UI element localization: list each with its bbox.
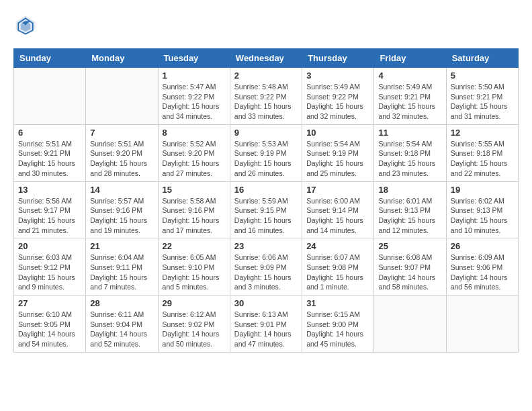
day-info: Sunrise: 5:58 AM Sunset: 9:16 PM Dayligh… bbox=[163, 196, 226, 236]
day-number: 30 bbox=[234, 298, 298, 308]
day-info: Sunrise: 5:51 AM Sunset: 9:21 PM Dayligh… bbox=[18, 139, 81, 179]
calendar-cell: 11Sunrise: 5:54 AM Sunset: 9:18 PM Dayli… bbox=[374, 124, 446, 181]
calendar-cell bbox=[14, 68, 86, 125]
day-number: 29 bbox=[163, 298, 226, 308]
calendar-cell: 12Sunrise: 5:55 AM Sunset: 9:18 PM Dayli… bbox=[446, 124, 518, 181]
calendar-cell: 19Sunrise: 6:02 AM Sunset: 9:13 PM Dayli… bbox=[446, 181, 518, 238]
day-info: Sunrise: 6:13 AM Sunset: 9:01 PM Dayligh… bbox=[234, 310, 298, 349]
day-number: 18 bbox=[378, 185, 441, 195]
day-number: 16 bbox=[234, 185, 298, 195]
day-info: Sunrise: 6:10 AM Sunset: 9:05 PM Dayligh… bbox=[18, 310, 81, 349]
calendar-cell: 26Sunrise: 6:09 AM Sunset: 9:06 PM Dayli… bbox=[446, 238, 518, 295]
calendar-cell: 16Sunrise: 5:59 AM Sunset: 9:15 PM Dayli… bbox=[230, 181, 302, 238]
day-number: 14 bbox=[90, 185, 153, 195]
calendar-cell: 25Sunrise: 6:08 AM Sunset: 9:07 PM Dayli… bbox=[374, 238, 446, 295]
calendar-cell bbox=[374, 295, 446, 353]
day-info: Sunrise: 5:57 AM Sunset: 9:16 PM Dayligh… bbox=[90, 196, 153, 236]
day-info: Sunrise: 5:53 AM Sunset: 9:19 PM Dayligh… bbox=[234, 139, 298, 179]
day-info: Sunrise: 6:15 AM Sunset: 9:00 PM Dayligh… bbox=[306, 310, 369, 349]
day-info: Sunrise: 5:52 AM Sunset: 9:20 PM Dayligh… bbox=[163, 139, 226, 179]
logo bbox=[13, 13, 40, 38]
calendar-cell: 7Sunrise: 5:51 AM Sunset: 9:20 PM Daylig… bbox=[86, 124, 158, 181]
calendar-week-row: 13Sunrise: 5:56 AM Sunset: 9:17 PM Dayli… bbox=[14, 181, 519, 238]
day-info: Sunrise: 6:00 AM Sunset: 9:14 PM Dayligh… bbox=[306, 196, 369, 236]
day-number: 3 bbox=[306, 71, 369, 81]
day-number: 21 bbox=[90, 241, 153, 251]
day-number: 10 bbox=[306, 128, 369, 138]
calendar-cell bbox=[86, 68, 158, 125]
day-info: Sunrise: 5:49 AM Sunset: 9:21 PM Dayligh… bbox=[378, 82, 441, 122]
day-number: 26 bbox=[451, 241, 514, 251]
calendar-cell: 30Sunrise: 6:13 AM Sunset: 9:01 PM Dayli… bbox=[230, 295, 302, 353]
day-number: 22 bbox=[163, 241, 226, 251]
calendar-cell: 31Sunrise: 6:15 AM Sunset: 9:00 PM Dayli… bbox=[302, 295, 374, 353]
day-number: 28 bbox=[90, 298, 153, 308]
day-info: Sunrise: 6:06 AM Sunset: 9:09 PM Dayligh… bbox=[234, 253, 298, 292]
day-info: Sunrise: 6:03 AM Sunset: 9:12 PM Dayligh… bbox=[18, 253, 81, 292]
day-info: Sunrise: 5:55 AM Sunset: 9:18 PM Dayligh… bbox=[451, 139, 514, 179]
calendar-cell: 17Sunrise: 6:00 AM Sunset: 9:14 PM Dayli… bbox=[302, 181, 374, 238]
calendar: SundayMondayTuesdayWednesdayThursdayFrid… bbox=[13, 48, 519, 353]
calendar-cell bbox=[446, 295, 518, 353]
day-number: 7 bbox=[90, 128, 153, 138]
day-number: 13 bbox=[18, 185, 81, 195]
calendar-cell: 15Sunrise: 5:58 AM Sunset: 9:16 PM Dayli… bbox=[158, 181, 230, 238]
calendar-cell: 14Sunrise: 5:57 AM Sunset: 9:16 PM Dayli… bbox=[86, 181, 158, 238]
day-number: 27 bbox=[18, 298, 81, 308]
day-info: Sunrise: 6:11 AM Sunset: 9:04 PM Dayligh… bbox=[90, 310, 153, 349]
day-info: Sunrise: 6:02 AM Sunset: 9:13 PM Dayligh… bbox=[451, 196, 514, 236]
calendar-cell: 2Sunrise: 5:48 AM Sunset: 9:22 PM Daylig… bbox=[230, 68, 302, 125]
calendar-cell: 27Sunrise: 6:10 AM Sunset: 9:05 PM Dayli… bbox=[14, 295, 86, 353]
day-number: 19 bbox=[451, 185, 514, 195]
calendar-header-row: SundayMondayTuesdayWednesdayThursdayFrid… bbox=[14, 49, 519, 68]
day-info: Sunrise: 5:48 AM Sunset: 9:22 PM Dayligh… bbox=[234, 82, 298, 122]
day-number: 31 bbox=[306, 298, 369, 308]
calendar-header-sunday: Sunday bbox=[14, 49, 86, 68]
calendar-cell: 28Sunrise: 6:11 AM Sunset: 9:04 PM Dayli… bbox=[86, 295, 158, 353]
day-info: Sunrise: 5:59 AM Sunset: 9:15 PM Dayligh… bbox=[234, 196, 298, 236]
day-number: 8 bbox=[163, 128, 226, 138]
calendar-cell: 18Sunrise: 6:01 AM Sunset: 9:13 PM Dayli… bbox=[374, 181, 446, 238]
day-info: Sunrise: 5:49 AM Sunset: 9:22 PM Dayligh… bbox=[306, 82, 369, 122]
day-number: 20 bbox=[18, 241, 81, 251]
day-number: 11 bbox=[378, 128, 441, 138]
day-info: Sunrise: 5:54 AM Sunset: 9:18 PM Dayligh… bbox=[378, 139, 441, 179]
calendar-cell: 24Sunrise: 6:07 AM Sunset: 9:08 PM Dayli… bbox=[302, 238, 374, 295]
day-number: 5 bbox=[451, 71, 514, 81]
calendar-cell: 23Sunrise: 6:06 AM Sunset: 9:09 PM Dayli… bbox=[230, 238, 302, 295]
calendar-week-row: 20Sunrise: 6:03 AM Sunset: 9:12 PM Dayli… bbox=[14, 238, 519, 295]
calendar-header-wednesday: Wednesday bbox=[230, 49, 302, 68]
calendar-header-tuesday: Tuesday bbox=[158, 49, 230, 68]
day-number: 4 bbox=[378, 71, 441, 81]
day-info: Sunrise: 6:12 AM Sunset: 9:02 PM Dayligh… bbox=[163, 310, 226, 349]
calendar-week-row: 1Sunrise: 5:47 AM Sunset: 9:22 PM Daylig… bbox=[14, 68, 519, 125]
day-info: Sunrise: 5:51 AM Sunset: 9:20 PM Dayligh… bbox=[90, 139, 153, 179]
day-info: Sunrise: 5:56 AM Sunset: 9:17 PM Dayligh… bbox=[18, 196, 81, 236]
day-number: 15 bbox=[163, 185, 226, 195]
day-number: 23 bbox=[234, 241, 298, 251]
day-number: 2 bbox=[234, 71, 298, 81]
day-number: 17 bbox=[306, 185, 369, 195]
calendar-cell: 6Sunrise: 5:51 AM Sunset: 9:21 PM Daylig… bbox=[14, 124, 86, 181]
day-info: Sunrise: 6:08 AM Sunset: 9:07 PM Dayligh… bbox=[378, 253, 441, 292]
page-header bbox=[13, 13, 519, 38]
calendar-cell: 5Sunrise: 5:50 AM Sunset: 9:21 PM Daylig… bbox=[446, 68, 518, 125]
calendar-cell: 13Sunrise: 5:56 AM Sunset: 9:17 PM Dayli… bbox=[14, 181, 86, 238]
calendar-cell: 20Sunrise: 6:03 AM Sunset: 9:12 PM Dayli… bbox=[14, 238, 86, 295]
calendar-week-row: 6Sunrise: 5:51 AM Sunset: 9:21 PM Daylig… bbox=[14, 124, 519, 181]
calendar-header-friday: Friday bbox=[374, 49, 446, 68]
day-number: 24 bbox=[306, 241, 369, 251]
calendar-cell: 1Sunrise: 5:47 AM Sunset: 9:22 PM Daylig… bbox=[158, 68, 230, 125]
day-info: Sunrise: 5:54 AM Sunset: 9:19 PM Dayligh… bbox=[306, 139, 369, 179]
calendar-header-monday: Monday bbox=[86, 49, 158, 68]
day-number: 25 bbox=[378, 241, 441, 251]
calendar-week-row: 27Sunrise: 6:10 AM Sunset: 9:05 PM Dayli… bbox=[14, 295, 519, 353]
day-info: Sunrise: 6:01 AM Sunset: 9:13 PM Dayligh… bbox=[378, 196, 441, 236]
calendar-header-thursday: Thursday bbox=[302, 49, 374, 68]
day-info: Sunrise: 5:50 AM Sunset: 9:21 PM Dayligh… bbox=[451, 82, 514, 122]
calendar-cell: 21Sunrise: 6:04 AM Sunset: 9:11 PM Dayli… bbox=[86, 238, 158, 295]
calendar-header-saturday: Saturday bbox=[446, 49, 518, 68]
day-info: Sunrise: 6:04 AM Sunset: 9:11 PM Dayligh… bbox=[90, 253, 153, 292]
day-info: Sunrise: 6:09 AM Sunset: 9:06 PM Dayligh… bbox=[451, 253, 514, 292]
calendar-cell: 22Sunrise: 6:05 AM Sunset: 9:10 PM Dayli… bbox=[158, 238, 230, 295]
